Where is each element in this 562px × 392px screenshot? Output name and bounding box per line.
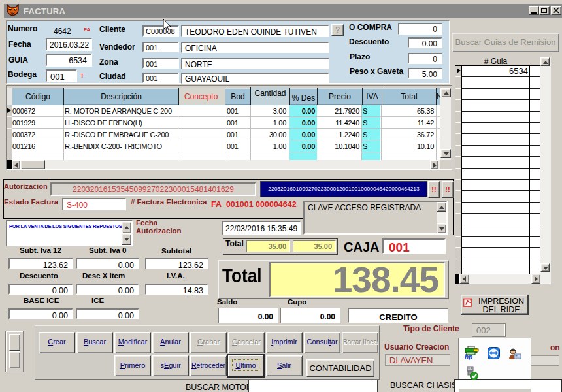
- svg-text:hp: hp: [465, 353, 472, 360]
